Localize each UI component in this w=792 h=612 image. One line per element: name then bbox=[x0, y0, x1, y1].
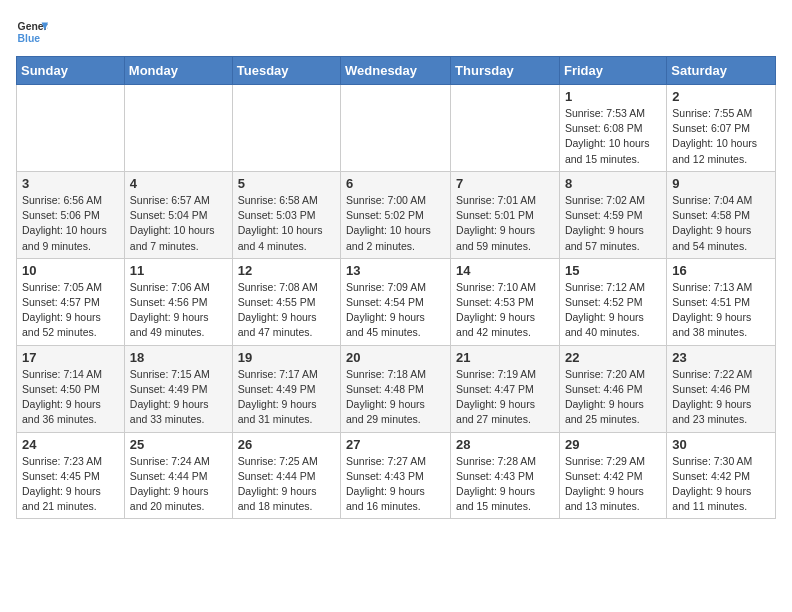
svg-text:Blue: Blue bbox=[18, 33, 41, 44]
day-info: Sunrise: 7:12 AM Sunset: 4:52 PM Dayligh… bbox=[565, 280, 661, 341]
day-info: Sunrise: 7:09 AM Sunset: 4:54 PM Dayligh… bbox=[346, 280, 445, 341]
day-number: 10 bbox=[22, 263, 119, 278]
day-number: 14 bbox=[456, 263, 554, 278]
day-info: Sunrise: 7:27 AM Sunset: 4:43 PM Dayligh… bbox=[346, 454, 445, 515]
calendar-cell: 26Sunrise: 7:25 AM Sunset: 4:44 PM Dayli… bbox=[232, 432, 340, 519]
day-info: Sunrise: 7:25 AM Sunset: 4:44 PM Dayligh… bbox=[238, 454, 335, 515]
day-number: 15 bbox=[565, 263, 661, 278]
calendar-cell: 18Sunrise: 7:15 AM Sunset: 4:49 PM Dayli… bbox=[124, 345, 232, 432]
day-number: 25 bbox=[130, 437, 227, 452]
day-info: Sunrise: 7:15 AM Sunset: 4:49 PM Dayligh… bbox=[130, 367, 227, 428]
calendar-cell: 27Sunrise: 7:27 AM Sunset: 4:43 PM Dayli… bbox=[341, 432, 451, 519]
day-number: 27 bbox=[346, 437, 445, 452]
day-number: 3 bbox=[22, 176, 119, 191]
calendar-cell: 21Sunrise: 7:19 AM Sunset: 4:47 PM Dayli… bbox=[451, 345, 560, 432]
calendar-cell: 1Sunrise: 7:53 AM Sunset: 6:08 PM Daylig… bbox=[559, 85, 666, 172]
calendar-cell: 16Sunrise: 7:13 AM Sunset: 4:51 PM Dayli… bbox=[667, 258, 776, 345]
day-number: 28 bbox=[456, 437, 554, 452]
day-number: 30 bbox=[672, 437, 770, 452]
day-number: 18 bbox=[130, 350, 227, 365]
calendar-week-row: 3Sunrise: 6:56 AM Sunset: 5:06 PM Daylig… bbox=[17, 171, 776, 258]
day-info: Sunrise: 7:13 AM Sunset: 4:51 PM Dayligh… bbox=[672, 280, 770, 341]
day-info: Sunrise: 7:18 AM Sunset: 4:48 PM Dayligh… bbox=[346, 367, 445, 428]
day-info: Sunrise: 7:23 AM Sunset: 4:45 PM Dayligh… bbox=[22, 454, 119, 515]
day-info: Sunrise: 6:58 AM Sunset: 5:03 PM Dayligh… bbox=[238, 193, 335, 254]
day-number: 20 bbox=[346, 350, 445, 365]
day-number: 29 bbox=[565, 437, 661, 452]
day-info: Sunrise: 7:17 AM Sunset: 4:49 PM Dayligh… bbox=[238, 367, 335, 428]
day-info: Sunrise: 7:04 AM Sunset: 4:58 PM Dayligh… bbox=[672, 193, 770, 254]
weekday-header-wednesday: Wednesday bbox=[341, 57, 451, 85]
day-info: Sunrise: 7:14 AM Sunset: 4:50 PM Dayligh… bbox=[22, 367, 119, 428]
day-info: Sunrise: 6:57 AM Sunset: 5:04 PM Dayligh… bbox=[130, 193, 227, 254]
calendar-cell: 22Sunrise: 7:20 AM Sunset: 4:46 PM Dayli… bbox=[559, 345, 666, 432]
calendar-week-row: 24Sunrise: 7:23 AM Sunset: 4:45 PM Dayli… bbox=[17, 432, 776, 519]
day-number: 5 bbox=[238, 176, 335, 191]
calendar-cell: 10Sunrise: 7:05 AM Sunset: 4:57 PM Dayli… bbox=[17, 258, 125, 345]
day-info: Sunrise: 7:29 AM Sunset: 4:42 PM Dayligh… bbox=[565, 454, 661, 515]
calendar-cell: 25Sunrise: 7:24 AM Sunset: 4:44 PM Dayli… bbox=[124, 432, 232, 519]
day-number: 26 bbox=[238, 437, 335, 452]
calendar-cell: 28Sunrise: 7:28 AM Sunset: 4:43 PM Dayli… bbox=[451, 432, 560, 519]
weekday-header-tuesday: Tuesday bbox=[232, 57, 340, 85]
day-number: 16 bbox=[672, 263, 770, 278]
calendar-cell: 24Sunrise: 7:23 AM Sunset: 4:45 PM Dayli… bbox=[17, 432, 125, 519]
calendar-cell bbox=[451, 85, 560, 172]
day-number: 19 bbox=[238, 350, 335, 365]
calendar-week-row: 1Sunrise: 7:53 AM Sunset: 6:08 PM Daylig… bbox=[17, 85, 776, 172]
calendar-cell: 15Sunrise: 7:12 AM Sunset: 4:52 PM Dayli… bbox=[559, 258, 666, 345]
day-number: 22 bbox=[565, 350, 661, 365]
day-number: 2 bbox=[672, 89, 770, 104]
calendar-cell: 30Sunrise: 7:30 AM Sunset: 4:42 PM Dayli… bbox=[667, 432, 776, 519]
day-number: 7 bbox=[456, 176, 554, 191]
weekday-header-friday: Friday bbox=[559, 57, 666, 85]
day-info: Sunrise: 7:30 AM Sunset: 4:42 PM Dayligh… bbox=[672, 454, 770, 515]
day-info: Sunrise: 7:24 AM Sunset: 4:44 PM Dayligh… bbox=[130, 454, 227, 515]
calendar-week-row: 10Sunrise: 7:05 AM Sunset: 4:57 PM Dayli… bbox=[17, 258, 776, 345]
day-info: Sunrise: 7:01 AM Sunset: 5:01 PM Dayligh… bbox=[456, 193, 554, 254]
day-info: Sunrise: 7:08 AM Sunset: 4:55 PM Dayligh… bbox=[238, 280, 335, 341]
day-number: 1 bbox=[565, 89, 661, 104]
day-info: Sunrise: 7:06 AM Sunset: 4:56 PM Dayligh… bbox=[130, 280, 227, 341]
weekday-header-row: SundayMondayTuesdayWednesdayThursdayFrid… bbox=[17, 57, 776, 85]
logo: General Blue bbox=[16, 16, 48, 48]
calendar-cell: 20Sunrise: 7:18 AM Sunset: 4:48 PM Dayli… bbox=[341, 345, 451, 432]
calendar-cell: 5Sunrise: 6:58 AM Sunset: 5:03 PM Daylig… bbox=[232, 171, 340, 258]
calendar-cell bbox=[341, 85, 451, 172]
day-info: Sunrise: 7:00 AM Sunset: 5:02 PM Dayligh… bbox=[346, 193, 445, 254]
calendar-cell: 8Sunrise: 7:02 AM Sunset: 4:59 PM Daylig… bbox=[559, 171, 666, 258]
weekday-header-monday: Monday bbox=[124, 57, 232, 85]
day-info: Sunrise: 7:10 AM Sunset: 4:53 PM Dayligh… bbox=[456, 280, 554, 341]
calendar-cell: 7Sunrise: 7:01 AM Sunset: 5:01 PM Daylig… bbox=[451, 171, 560, 258]
calendar-cell: 29Sunrise: 7:29 AM Sunset: 4:42 PM Dayli… bbox=[559, 432, 666, 519]
calendar-cell: 14Sunrise: 7:10 AM Sunset: 4:53 PM Dayli… bbox=[451, 258, 560, 345]
calendar-cell bbox=[17, 85, 125, 172]
calendar-cell: 2Sunrise: 7:55 AM Sunset: 6:07 PM Daylig… bbox=[667, 85, 776, 172]
day-number: 8 bbox=[565, 176, 661, 191]
day-number: 12 bbox=[238, 263, 335, 278]
calendar-cell bbox=[124, 85, 232, 172]
day-number: 23 bbox=[672, 350, 770, 365]
day-info: Sunrise: 7:55 AM Sunset: 6:07 PM Dayligh… bbox=[672, 106, 770, 167]
day-number: 4 bbox=[130, 176, 227, 191]
day-number: 9 bbox=[672, 176, 770, 191]
day-info: Sunrise: 7:53 AM Sunset: 6:08 PM Dayligh… bbox=[565, 106, 661, 167]
calendar-cell: 11Sunrise: 7:06 AM Sunset: 4:56 PM Dayli… bbox=[124, 258, 232, 345]
calendar-cell: 9Sunrise: 7:04 AM Sunset: 4:58 PM Daylig… bbox=[667, 171, 776, 258]
day-info: Sunrise: 6:56 AM Sunset: 5:06 PM Dayligh… bbox=[22, 193, 119, 254]
calendar-cell: 4Sunrise: 6:57 AM Sunset: 5:04 PM Daylig… bbox=[124, 171, 232, 258]
day-info: Sunrise: 7:19 AM Sunset: 4:47 PM Dayligh… bbox=[456, 367, 554, 428]
day-info: Sunrise: 7:02 AM Sunset: 4:59 PM Dayligh… bbox=[565, 193, 661, 254]
calendar-cell bbox=[232, 85, 340, 172]
day-info: Sunrise: 7:22 AM Sunset: 4:46 PM Dayligh… bbox=[672, 367, 770, 428]
calendar-cell: 23Sunrise: 7:22 AM Sunset: 4:46 PM Dayli… bbox=[667, 345, 776, 432]
page-header: General Blue bbox=[16, 16, 776, 48]
calendar-body: 1Sunrise: 7:53 AM Sunset: 6:08 PM Daylig… bbox=[17, 85, 776, 519]
day-number: 13 bbox=[346, 263, 445, 278]
calendar-cell: 13Sunrise: 7:09 AM Sunset: 4:54 PM Dayli… bbox=[341, 258, 451, 345]
calendar-table: SundayMondayTuesdayWednesdayThursdayFrid… bbox=[16, 56, 776, 519]
weekday-header-saturday: Saturday bbox=[667, 57, 776, 85]
weekday-header-thursday: Thursday bbox=[451, 57, 560, 85]
calendar-week-row: 17Sunrise: 7:14 AM Sunset: 4:50 PM Dayli… bbox=[17, 345, 776, 432]
weekday-header-sunday: Sunday bbox=[17, 57, 125, 85]
